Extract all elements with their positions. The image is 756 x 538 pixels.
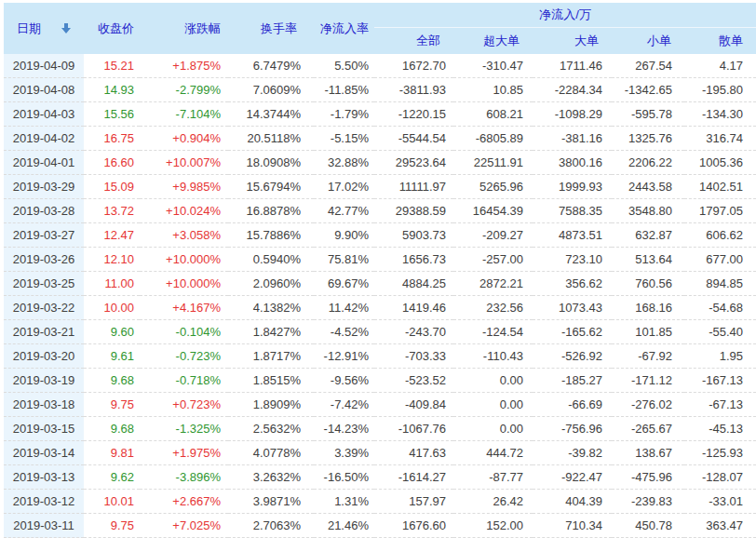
turnover-rate-cell: 1.8717% [228,344,314,369]
table-row: 2019-03-159.68-1.325%2.5632%-14.23%-1067… [4,417,756,441]
turnover-rate-cell: 16.8878% [228,199,314,223]
inflow-retail-cell: -33.01 [684,490,756,514]
inflow-small-cell: 1325.76 [612,127,684,151]
column-header-large-order[interactable]: 大单 [533,28,612,55]
inflow-super-large-cell: 2872.21 [453,272,533,296]
date-cell: 2019-03-13 [4,465,84,490]
change-percent-cell: +0.904% [140,127,228,151]
inflow-large-cell: -66.69 [533,393,612,417]
table-row: 2019-03-2612.10+10.000%0.5940%75.81%1656… [4,248,756,272]
inflow-all-cell: 5903.73 [374,223,453,248]
inflow-large-cell: -185.27 [533,369,612,393]
inflow-small-cell: -595.78 [612,102,684,127]
inflow-super-large-cell: 608.21 [453,102,533,127]
table-row: 2019-04-0315.56-7.104%14.3744%-1.79%-122… [4,102,756,127]
column-header-net-inflow-rate[interactable]: 净流入率 [314,3,374,54]
close-price-cell: 13.72 [84,199,140,223]
net-inflow-rate-cell: 17.02% [314,175,374,199]
inflow-super-large-cell: 26.42 [453,490,533,514]
inflow-super-large-cell: 5265.96 [453,175,533,199]
inflow-super-large-cell: -110.43 [453,344,533,369]
turnover-rate-cell: 0.5940% [228,248,314,272]
inflow-retail-cell: 4.17 [684,54,756,78]
table-row: 2019-04-0814.93-2.799%7.0609%-11.85%-381… [4,78,756,102]
inflow-retail-cell: 1402.51 [684,175,756,199]
net-inflow-rate-cell: 75.81% [314,248,374,272]
inflow-all-cell: -1220.15 [374,102,453,127]
inflow-all-cell: -5544.54 [374,127,453,151]
table-row: 2019-03-2210.00+4.167%4.1382%11.42%1419.… [4,296,756,320]
inflow-large-cell: 356.62 [533,272,612,296]
column-header-small-order[interactable]: 小单 [612,28,684,55]
inflow-retail-cell: -195.80 [684,78,756,102]
inflow-large-cell: 723.10 [533,248,612,272]
inflow-retail-cell: -125.93 [684,441,756,465]
inflow-all-cell: 1672.70 [374,54,453,78]
net-inflow-rate-cell: -9.56% [314,369,374,393]
inflow-small-cell: 2443.58 [612,175,684,199]
date-cell: 2019-03-20 [4,344,84,369]
inflow-large-cell: 7588.35 [533,199,612,223]
change-percent-cell: +9.985% [140,175,228,199]
inflow-small-cell: 632.87 [612,223,684,248]
close-price-cell: 12.47 [84,223,140,248]
close-price-cell: 15.56 [84,102,140,127]
column-header-close-price[interactable]: 收盘价 [84,3,140,54]
net-inflow-rate-cell: 3.39% [314,441,374,465]
net-inflow-rate-cell: -16.50% [314,465,374,490]
turnover-rate-cell: 7.0609% [228,78,314,102]
inflow-all-cell: -1067.76 [374,417,453,441]
inflow-all-cell: 1419.46 [374,296,453,320]
close-price-cell: 9.60 [84,320,140,344]
column-header-turnover-rate[interactable]: 换手率 [228,3,314,54]
group-header-row: 日期 收盘价 涨跌幅 换手率 净流入率 净流入/万 [4,3,756,28]
inflow-super-large-cell: 152.00 [453,514,533,538]
inflow-retail-cell: 363.47 [684,514,756,538]
net-inflow-rate-cell: 11.42% [314,296,374,320]
turnover-rate-cell: 2.5632% [228,417,314,441]
inflow-super-large-cell: 22511.91 [453,151,533,175]
close-price-cell: 10.01 [84,490,140,514]
inflow-large-cell: 404.39 [533,490,612,514]
inflow-small-cell: -67.92 [612,344,684,369]
turnover-rate-cell: 2.7063% [228,514,314,538]
inflow-large-cell: -756.96 [533,417,612,441]
inflow-super-large-cell: -6805.89 [453,127,533,151]
change-percent-cell: +1.875% [140,54,228,78]
column-header-all[interactable]: 全部 [374,28,453,55]
column-header-change-percent[interactable]: 涨跌幅 [140,3,228,54]
date-cell: 2019-03-12 [4,490,84,514]
turnover-rate-cell: 6.7479% [228,54,314,78]
net-inflow-rate-cell: 5.50% [314,54,374,78]
inflow-super-large-cell: -310.47 [453,54,533,78]
inflow-small-cell: -239.83 [612,490,684,514]
inflow-small-cell: -475.96 [612,465,684,490]
date-cell: 2019-03-14 [4,441,84,465]
change-percent-cell: +10.024% [140,199,228,223]
inflow-retail-cell: -167.13 [684,369,756,393]
close-price-cell: 10.00 [84,296,140,320]
inflow-large-cell: -2284.34 [533,78,612,102]
turnover-rate-cell: 1.8909% [228,393,314,417]
inflow-all-cell: -1614.27 [374,465,453,490]
column-header-super-large-order[interactable]: 超大单 [453,28,533,55]
inflow-all-cell: 29523.64 [374,151,453,175]
column-header-retail-order[interactable]: 散单 [684,28,756,55]
change-percent-cell: -7.104% [140,102,228,127]
column-header-date[interactable]: 日期 [4,3,84,54]
net-inflow-rate-cell: 21.46% [314,514,374,538]
net-inflow-rate-cell: 32.88% [314,151,374,175]
date-cell: 2019-04-03 [4,102,84,127]
net-inflow-rate-cell: -5.15% [314,127,374,151]
change-percent-cell: +10.007% [140,151,228,175]
date-cell: 2019-03-18 [4,393,84,417]
date-cell: 2019-03-19 [4,369,84,393]
date-header-label: 日期 [17,20,41,37]
inflow-small-cell: -276.02 [612,393,684,417]
table-row: 2019-03-199.68-0.718%1.8515%-9.56%-523.5… [4,369,756,393]
inflow-small-cell: 168.16 [612,296,684,320]
close-price-cell: 9.68 [84,369,140,393]
inflow-all-cell: 157.97 [374,490,453,514]
date-cell: 2019-04-09 [4,54,84,78]
table-row: 2019-04-0915.21+1.875%6.7479%5.50%1672.7… [4,54,756,78]
